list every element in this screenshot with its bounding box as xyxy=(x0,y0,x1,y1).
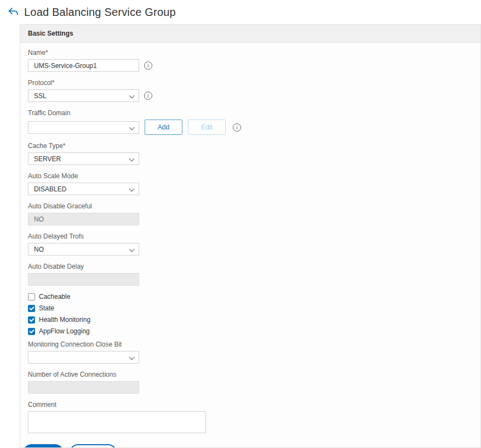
auto-delayed-trofs-select-value: NO xyxy=(34,246,44,253)
page-title: Load Balancing Service Group xyxy=(24,6,176,19)
field-auto-disable-delay: Auto Disable Delay xyxy=(28,263,473,286)
auto-delayed-trofs-label: Auto Delayed Trofs xyxy=(28,232,473,240)
field-auto-disable-graceful: Auto Disable Graceful xyxy=(28,202,473,225)
checkbox-cacheable[interactable]: Cacheable xyxy=(28,293,473,300)
field-protocol: Protocol* SSL i xyxy=(28,79,473,102)
info-icon[interactable]: i xyxy=(233,123,241,132)
checkbox-label-state: State xyxy=(39,304,54,312)
checkbox-label-cacheable: Cacheable xyxy=(39,293,70,300)
field-comment: Comment xyxy=(28,401,473,435)
checkbox-label-health-monitoring: Health Monitoring xyxy=(39,316,90,324)
checkbox-group: Cacheable State Health Monitoring AppFlo… xyxy=(28,293,473,335)
auto-scale-mode-label: Auto Scale Mode xyxy=(28,172,473,180)
cache-type-label: Cache Type* xyxy=(28,142,473,150)
field-name: Name* i xyxy=(28,49,473,72)
cache-type-select[interactable]: SERVER xyxy=(28,152,139,165)
monitoring-connection-close-bit-label: Monitoring Connection Close Bit xyxy=(28,341,473,348)
traffic-domain-select[interactable] xyxy=(28,121,139,134)
info-icon[interactable]: i xyxy=(144,61,152,70)
checkbox-state[interactable]: State xyxy=(28,304,473,312)
actions-row: OK Cancel xyxy=(23,444,473,448)
auto-disable-graceful-label: Auto Disable Graceful xyxy=(28,202,473,210)
traffic-domain-add-button[interactable]: Add xyxy=(145,120,182,135)
cancel-button[interactable]: Cancel xyxy=(70,444,117,448)
checkbox-label-appflow-logging: AppFlow Logging xyxy=(39,327,90,335)
field-cache-type: Cache Type* SERVER xyxy=(28,142,473,165)
field-traffic-domain: Traffic Domain Add Edit i xyxy=(28,109,473,135)
auto-disable-graceful-input xyxy=(28,213,139,225)
checkbox-appflow-logging[interactable]: AppFlow Logging xyxy=(28,327,473,335)
protocol-select[interactable]: SSL xyxy=(28,89,139,102)
protocol-label: Protocol* xyxy=(28,79,473,87)
field-number-of-active-connections: Number of Active Connections xyxy=(28,371,473,394)
traffic-domain-edit-button[interactable]: Edit xyxy=(188,120,226,135)
field-auto-delayed-trofs: Auto Delayed Trofs NO xyxy=(28,232,473,256)
auto-disable-delay-label: Auto Disable Delay xyxy=(28,263,473,270)
back-arrow-svg xyxy=(7,6,19,18)
info-icon[interactable]: i xyxy=(144,92,152,100)
cache-type-select-value: SERVER xyxy=(34,155,61,163)
back-arrow-icon[interactable] xyxy=(7,6,19,18)
auto-scale-mode-select-value: DISABLED xyxy=(34,185,66,193)
comment-textarea[interactable] xyxy=(28,411,206,433)
page-header: Load Balancing Service Group xyxy=(0,0,481,24)
ok-button[interactable]: OK xyxy=(23,444,64,448)
checkbox-box-state[interactable] xyxy=(28,305,35,312)
basic-settings-panel: Basic Settings Name* i Protocol* SSL i T… xyxy=(20,24,481,448)
protocol-select-value: SSL xyxy=(34,92,47,100)
auto-disable-delay-input xyxy=(28,273,139,286)
traffic-domain-label: Traffic Domain xyxy=(28,109,473,117)
checkbox-box-health-monitoring[interactable] xyxy=(28,316,35,324)
checkbox-health-monitoring[interactable]: Health Monitoring xyxy=(28,316,473,324)
number-of-active-connections-label: Number of Active Connections xyxy=(28,371,473,378)
panel-body: Name* i Protocol* SSL i Traffic Domain xyxy=(20,43,480,448)
auto-scale-mode-select[interactable]: DISABLED xyxy=(28,183,139,195)
auto-delayed-trofs-select[interactable]: NO xyxy=(28,243,139,256)
name-label: Name* xyxy=(28,49,473,56)
checkbox-box-appflow-logging[interactable] xyxy=(28,328,35,335)
monitoring-connection-close-bit-select[interactable] xyxy=(28,351,139,364)
checkbox-box-cacheable[interactable] xyxy=(28,293,35,300)
number-of-active-connections-input xyxy=(28,381,139,394)
field-monitoring-connection-close-bit: Monitoring Connection Close Bit xyxy=(28,341,473,364)
field-auto-scale-mode: Auto Scale Mode DISABLED xyxy=(28,172,473,195)
panel-header-basic-settings: Basic Settings xyxy=(20,25,480,43)
name-input[interactable] xyxy=(28,59,139,72)
comment-label: Comment xyxy=(28,401,473,409)
